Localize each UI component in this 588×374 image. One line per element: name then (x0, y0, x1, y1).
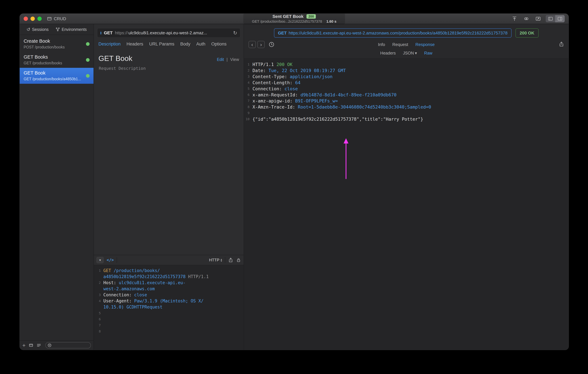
share-icon[interactable] (228, 257, 233, 263)
right-panel-icon (557, 16, 563, 21)
tab-environments[interactable]: Environments (55, 27, 87, 32)
line-number: 9 (244, 110, 252, 116)
tab-headers[interactable]: Headers (126, 42, 143, 47)
code-line: 2Host: ulc9dcu8i1.execute-api.eu- (94, 280, 244, 286)
history-icon: ↺ (26, 27, 30, 32)
tab-info[interactable]: Info (378, 42, 385, 47)
upload-icon (512, 16, 517, 21)
response-tabbar: Info Request Response (378, 42, 435, 47)
request-duration: 1.60 s (326, 19, 336, 24)
line-number: 4 (244, 80, 252, 86)
sidebar-bottom-bar: + (20, 340, 94, 350)
line-number: 3 (244, 74, 252, 80)
share-icon (559, 42, 564, 47)
code-line: 4User-Agent: Paw/3.1.9 (Macintosh; OS X/ (94, 298, 244, 304)
format-selector[interactable]: HTTP ▴▾ (209, 258, 222, 262)
resend-icon[interactable]: ↻ (233, 30, 237, 36)
line-number: 8 (94, 328, 103, 334)
line-number: 10 (244, 116, 252, 122)
publish-button[interactable] (510, 15, 519, 22)
subtab-headers[interactable]: Headers (380, 51, 396, 55)
annotation-arrow-up (341, 137, 351, 180)
response-nav-row: ‹ › Info Request Response (244, 39, 569, 49)
status-badge: 200 (306, 14, 316, 19)
line-number: 1 (244, 61, 252, 67)
code-line: 7x-amz-apigw-id: B9I-OFP9LPEFs_w= (244, 98, 569, 104)
response-url-field[interactable]: GET https://ulc9dcu8i1.execute-api.eu-we… (274, 28, 512, 38)
request-list-item-get-book[interactable]: GET Book GET /production/books/a4850b1..… (20, 68, 94, 84)
panel-toggle-group (546, 15, 565, 22)
minimize-window-button[interactable] (31, 17, 35, 21)
toggle-left-panel-button[interactable] (546, 15, 555, 22)
subtab-raw[interactable]: Raw (424, 51, 432, 55)
url-bar[interactable]: ▴▾ GET https:// ulc9dcu8i1.execute-api.e… (97, 28, 240, 38)
code-line: 8X-Amzn-Trace-Id: Root=1-5daebb8e-304460… (244, 104, 569, 110)
titlebar-toolbar (510, 15, 565, 22)
request-subtitle: GET /production/books/a4850b1... (24, 77, 90, 81)
new-group-icon[interactable] (29, 343, 33, 348)
tab-response[interactable]: Response (415, 42, 435, 47)
link-icon (524, 16, 529, 21)
zoom-window-button[interactable] (37, 17, 42, 21)
request-list: Create Book POST /production/books GET B… (20, 35, 94, 340)
tab-url-params[interactable]: URL Params (149, 42, 174, 47)
collapse-preview-button[interactable]: ▾ (96, 257, 104, 263)
history-back-button[interactable]: ‹ (249, 41, 256, 48)
code-line: 7 (94, 322, 244, 328)
line-number: 6 (244, 92, 252, 98)
add-request-button[interactable]: + (22, 342, 26, 348)
line-number: 7 (94, 322, 103, 328)
code-line: 4Content-Length: 64 (244, 80, 569, 86)
method-stepper-icon[interactable]: ▴▾ (100, 31, 102, 35)
lock-icon (236, 257, 241, 263)
line-number: 5 (94, 310, 103, 316)
line-number: 2 (94, 280, 103, 286)
extensions-button[interactable] (534, 15, 542, 22)
request-raw-preview[interactable]: 1GET /production/books/a4850b12819e5f92c… (94, 265, 244, 350)
code-line: 3Connection: close (94, 292, 244, 298)
environments-icon (55, 27, 60, 32)
request-description-placeholder[interactable]: Request Description (94, 64, 244, 73)
line-number (94, 286, 103, 292)
divider (225, 257, 225, 263)
filter-icon (47, 343, 52, 348)
toggle-right-panel-button[interactable] (555, 15, 565, 22)
tab-body[interactable]: Body (180, 42, 190, 47)
url-input[interactable]: ulc9dcu8i1.execute-api.eu-west-2.amaz... (128, 30, 231, 35)
request-list-item-create-book[interactable]: Create Book POST /production/books (20, 36, 94, 52)
history-list-button[interactable] (269, 42, 274, 47)
export-response-button[interactable] (559, 42, 564, 47)
request-title: GET Books (24, 54, 90, 60)
tab-auth[interactable]: Auth (196, 42, 205, 47)
status-dot (86, 58, 90, 62)
request-list-item-get-books[interactable]: GET Books GET /production/books (20, 52, 94, 68)
code-line: 1GET /production/books/ (94, 267, 244, 274)
edit-description-button[interactable]: Edit (217, 57, 224, 62)
actions-separator: | (227, 57, 228, 62)
filter-input[interactable] (45, 342, 91, 348)
view-description-button[interactable]: View (230, 57, 239, 62)
close-window-button[interactable] (24, 17, 28, 21)
response-raw-view: 1HTTP/1.1 200 OK2Date: Tue, 22 Oct 2019 … (244, 58, 569, 350)
document-title: CRUD (47, 16, 66, 21)
sort-options-icon[interactable] (36, 343, 41, 348)
line-number: 1 (94, 267, 103, 274)
tab-request[interactable]: Request (392, 42, 408, 47)
code-preview-toolbar: ▾ </> HTTP ▴▾ (94, 255, 244, 265)
chevron-left-icon: ‹ (251, 42, 253, 47)
left-panel-icon (548, 16, 553, 21)
tab-description[interactable]: Description (98, 42, 121, 47)
history-forward-button[interactable]: › (257, 41, 265, 48)
code-preview-icon[interactable]: </> (107, 258, 114, 262)
tab-environments-label: Environments (62, 27, 87, 32)
tab-options[interactable]: Options (211, 42, 227, 47)
tab-sessions[interactable]: ↺ Sessions (26, 27, 49, 32)
subtab-json[interactable]: JSON ▾ (403, 51, 417, 55)
sync-button[interactable] (522, 15, 531, 22)
method-selector[interactable]: GET (104, 30, 113, 35)
code-line: 5Connection: close (244, 86, 569, 92)
sidebar-tabbar: ↺ Sessions Environments (20, 24, 94, 35)
url-scheme: https:// (115, 30, 128, 35)
request-panel: ▴▾ GET https:// ulc9dcu8i1.execute-api.e… (94, 24, 244, 350)
tab-sessions-label: Sessions (32, 27, 49, 32)
